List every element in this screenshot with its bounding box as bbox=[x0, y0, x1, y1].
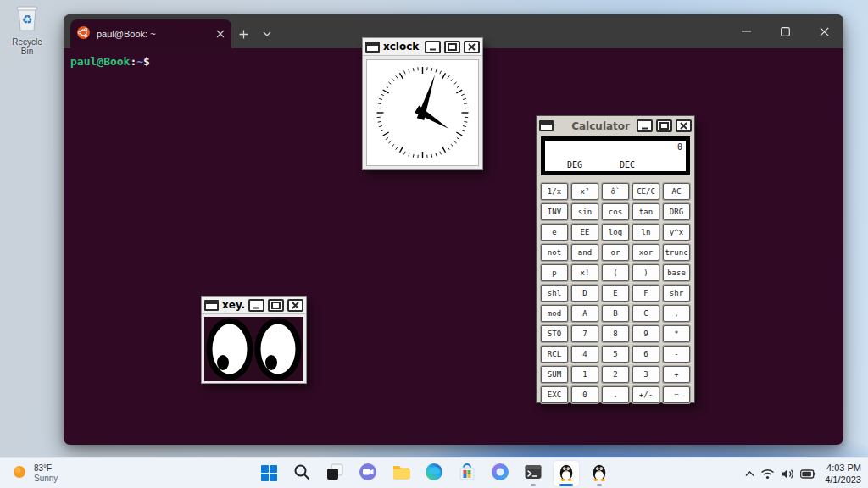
xeyes-title: xey... bbox=[222, 299, 245, 311]
calc-button-7[interactable]: 7 bbox=[571, 325, 598, 342]
start-button[interactable] bbox=[256, 461, 281, 486]
wifi-icon[interactable] bbox=[760, 469, 775, 480]
close-button[interactable] bbox=[804, 14, 843, 48]
calc-button-tan[interactable]: tan bbox=[632, 203, 659, 220]
calc-button-mod[interactable]: mod bbox=[541, 305, 568, 322]
xeyes-minimize-button[interactable] bbox=[248, 299, 264, 312]
calc-button-or[interactable]: or bbox=[602, 244, 629, 261]
clock-datetime[interactable]: 4:03 PM 4/1/2023 bbox=[825, 462, 861, 486]
calc-button-EXC[interactable]: EXC bbox=[541, 386, 568, 403]
calc-button-*[interactable]: * bbox=[663, 325, 690, 342]
xeyes-titlebar[interactable]: xey... bbox=[202, 297, 306, 314]
edge-button[interactable] bbox=[421, 461, 447, 486]
recycle-bin[interactable]: ♻ Recycle Bin bbox=[5, 3, 49, 56]
terminal-tab[interactable]: paul@Book: ~ bbox=[70, 19, 231, 48]
task-view-button[interactable] bbox=[322, 461, 348, 486]
xeyes-maximize-button[interactable] bbox=[268, 299, 284, 312]
calc-button-+/-[interactable]: +/- bbox=[632, 386, 659, 403]
chat-button[interactable] bbox=[355, 461, 381, 486]
calc-button-base[interactable]: base bbox=[663, 264, 690, 281]
calc-button-INV[interactable]: INV bbox=[541, 203, 568, 220]
minimize-button[interactable] bbox=[726, 14, 765, 48]
calc-button--[interactable]: - bbox=[663, 346, 690, 363]
tab-close-icon[interactable] bbox=[216, 26, 225, 42]
calc-button-A[interactable]: A bbox=[571, 305, 598, 322]
calc-button-=[interactable]: = bbox=[663, 386, 690, 403]
calc-button-STO[interactable]: STO bbox=[541, 325, 568, 342]
calc-button-1[interactable]: 1 bbox=[571, 366, 598, 383]
calculator-titlebar[interactable]: Calculator bbox=[537, 116, 694, 134]
calc-button-2[interactable]: 2 bbox=[602, 366, 629, 383]
file-explorer-button[interactable] bbox=[388, 461, 414, 486]
sun-icon bbox=[12, 464, 27, 483]
calc-button-)[interactable]: ) bbox=[632, 264, 659, 281]
calc-button-9[interactable]: 9 bbox=[632, 325, 659, 342]
calculator-minimize-button[interactable] bbox=[637, 119, 653, 132]
tray-chevron-button[interactable] bbox=[745, 471, 754, 477]
volume-icon[interactable] bbox=[781, 469, 794, 480]
calc-button-sin[interactable]: sin bbox=[571, 203, 598, 220]
calc-button-+[interactable]: + bbox=[663, 366, 690, 383]
calc-button-D[interactable]: D bbox=[571, 285, 598, 302]
calculator-close-button[interactable] bbox=[676, 119, 692, 132]
calc-button-log[interactable]: log bbox=[602, 224, 629, 241]
copilot-icon bbox=[491, 463, 509, 485]
calc-button-CE/C[interactable]: CE/C bbox=[632, 183, 659, 200]
copilot-button[interactable] bbox=[487, 461, 513, 486]
xclock-close-button[interactable] bbox=[464, 41, 480, 53]
calc-button-E[interactable]: E bbox=[602, 285, 629, 302]
xclock-minimize-button[interactable] bbox=[425, 41, 441, 53]
calc-button-AC[interactable]: AC bbox=[663, 183, 690, 200]
calc-button-4[interactable]: 4 bbox=[571, 346, 598, 363]
maximize-button[interactable] bbox=[765, 14, 804, 48]
calc-button-DRG[interactable]: DRG bbox=[663, 203, 690, 220]
calc-button-shr[interactable]: shr bbox=[663, 285, 690, 302]
calc-button-SUM[interactable]: SUM bbox=[541, 366, 568, 383]
calc-button-1/x[interactable]: 1/x bbox=[541, 183, 568, 200]
xclock-titlebar[interactable]: xclock bbox=[363, 38, 482, 56]
tab-dropdown-button[interactable] bbox=[255, 22, 279, 46]
calc-button-EE[interactable]: EE bbox=[571, 224, 598, 241]
calc-button-shl[interactable]: shl bbox=[541, 285, 568, 302]
calc-button-not[interactable]: not bbox=[541, 244, 568, 261]
weather-widget[interactable]: 83°F Sunny bbox=[7, 458, 63, 488]
calc-button-0[interactable]: 0 bbox=[571, 386, 598, 403]
xeyes-close-button[interactable] bbox=[287, 299, 303, 312]
calc-button-trunc[interactable]: trunc bbox=[663, 244, 690, 261]
calc-button-,[interactable]: , bbox=[663, 305, 690, 322]
xclock-title: xclock bbox=[383, 41, 421, 53]
xclock-maximize-button[interactable] bbox=[444, 41, 460, 53]
calc-button-xor[interactable]: xor bbox=[632, 244, 659, 261]
calc-button-e[interactable]: e bbox=[541, 224, 568, 241]
calc-button-x![interactable]: x! bbox=[571, 264, 598, 281]
calc-button-p[interactable]: p bbox=[541, 264, 568, 281]
calc-button-8[interactable]: 8 bbox=[602, 325, 629, 342]
search-button[interactable] bbox=[289, 461, 314, 486]
calc-button-and[interactable]: and bbox=[571, 244, 598, 261]
terminal-app-button[interactable] bbox=[520, 461, 546, 486]
calc-button-.[interactable]: . bbox=[602, 386, 629, 403]
new-tab-button[interactable] bbox=[231, 22, 255, 46]
calc-button-cos[interactable]: cos bbox=[602, 203, 629, 220]
prompt-path: ~ bbox=[136, 55, 143, 68]
calc-button-3[interactable]: 3 bbox=[632, 366, 659, 383]
calc-button-6[interactable]: 6 bbox=[632, 346, 659, 363]
search-icon bbox=[293, 463, 310, 484]
calc-button-ô`[interactable]: ô` bbox=[602, 183, 629, 200]
calc-button-RCL[interactable]: RCL bbox=[541, 346, 568, 363]
calc-button-C[interactable]: C bbox=[632, 305, 659, 322]
calculator-window: Calculator 0 DEG DEC 1/xx²ô`CE/CACINVsin… bbox=[536, 115, 695, 403]
tux-taskbar-button[interactable] bbox=[587, 461, 612, 486]
calc-button-F[interactable]: F bbox=[632, 285, 659, 302]
calc-button-B[interactable]: B bbox=[602, 305, 629, 322]
calc-button-5[interactable]: 5 bbox=[602, 346, 629, 363]
calc-button-ln[interactable]: ln bbox=[632, 224, 659, 241]
calc-button-x²[interactable]: x² bbox=[571, 183, 598, 200]
battery-icon[interactable] bbox=[800, 469, 815, 479]
calc-button-y^x[interactable]: y^x bbox=[663, 224, 690, 241]
calculator-maximize-button[interactable] bbox=[656, 119, 672, 132]
xapps-taskbar-button[interactable] bbox=[554, 461, 579, 486]
prompt-dollar: $ bbox=[143, 55, 150, 68]
calc-button-([interactable]: ( bbox=[602, 264, 629, 281]
store-button[interactable] bbox=[454, 461, 480, 486]
